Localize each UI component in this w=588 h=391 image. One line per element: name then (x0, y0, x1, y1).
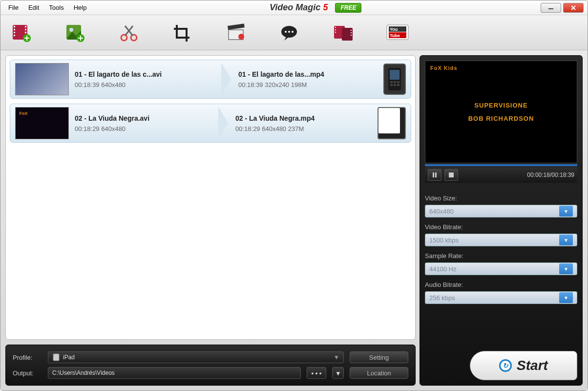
progress-bar[interactable] (425, 164, 577, 166)
minimize-button[interactable] (541, 3, 561, 13)
source-meta: 00:18:39 640x480 (75, 81, 214, 88)
svg-rect-40 (397, 81, 399, 83)
browse-button[interactable]: • • • (307, 367, 326, 379)
svg-rect-3 (14, 29, 15, 30)
svg-rect-25 (335, 27, 336, 28)
svg-rect-45 (433, 173, 434, 177)
profile-value: iPad (63, 354, 75, 361)
clapboard-icon (226, 23, 247, 43)
film-merge-icon (333, 23, 355, 43)
svg-rect-37 (390, 70, 399, 80)
video-size-select[interactable]: 640x480 ▼ (425, 205, 577, 217)
video-bitrate-select[interactable]: 1500 kbps ▼ (425, 234, 577, 246)
chevron-down-icon: ▼ (559, 235, 573, 245)
output-path-value: C:\Users\Andrés\Videos (52, 369, 115, 376)
scissors-icon (118, 23, 140, 43)
phone-icon (383, 64, 406, 95)
svg-text:Tube: Tube (390, 33, 400, 38)
svg-rect-8 (25, 32, 26, 33)
profile-select[interactable]: iPad ▼ (48, 351, 344, 363)
app-version: 5 (323, 2, 328, 12)
film-add-icon (11, 23, 32, 43)
stop-button[interactable] (444, 169, 458, 181)
bottom-bar: Profile: iPad ▼ Setting Output: C:\Users… (5, 345, 416, 386)
add-video-button[interactable] (9, 21, 34, 45)
app-name: Video Magic (270, 2, 320, 12)
chevron-down-icon: ▼ (559, 206, 573, 217)
svg-rect-27 (335, 32, 336, 33)
profile-row: Profile: iPad ▼ Setting (13, 351, 408, 363)
svg-rect-6 (25, 26, 26, 27)
location-button[interactable]: Location (350, 367, 408, 379)
audio-bitrate-select[interactable]: 256 kbps ▼ (425, 291, 577, 304)
svg-rect-28 (351, 30, 352, 31)
right-panel: FoX Kids SUPERVISIONE BOB RICHARDSON 00:… (420, 55, 583, 386)
source-info: 02 - La Viuda Negra.avi 00:18:29 640x480 (75, 114, 211, 132)
menu-edit[interactable]: Edit (24, 2, 43, 13)
crop-icon (172, 23, 193, 43)
output-dropdown-button[interactable]: ▾ (332, 367, 344, 379)
merge-button[interactable] (332, 21, 356, 45)
output-path-input[interactable]: C:\Users\Andrés\Videos (48, 367, 301, 379)
start-button[interactable]: ↻ Start (470, 351, 577, 380)
svg-rect-29 (351, 32, 352, 33)
titlebar: File Edit Tools Help Video Magic 5 FREE (0, 0, 588, 15)
svg-point-18 (238, 34, 244, 40)
preview-text-2: BOB RICHARDSON (468, 115, 534, 122)
toolbar: YouTube (0, 15, 588, 50)
svg-rect-24 (342, 28, 353, 41)
preview-text-1: SUPERVISIONE (474, 102, 527, 109)
start-area: ↻ Start (425, 341, 577, 380)
close-button[interactable] (563, 3, 584, 13)
svg-rect-43 (397, 84, 399, 86)
pause-icon (432, 173, 437, 177)
source-thumbnail: FoX (15, 107, 69, 139)
chevron-down-icon: ▼ (334, 354, 339, 361)
effect-button[interactable] (224, 21, 249, 45)
crop-button[interactable] (170, 21, 195, 45)
menu-bar: File Edit Tools Help (4, 2, 90, 13)
svg-rect-0 (548, 8, 553, 9)
svg-rect-26 (335, 29, 336, 30)
svg-rect-38 (390, 81, 393, 83)
sample-rate-select[interactable]: 44100 Hz ▼ (425, 262, 577, 275)
start-label: Start (517, 358, 548, 373)
output-label: Output: (13, 369, 42, 377)
source-filename: 02 - La Viuda Negra.avi (75, 114, 211, 122)
svg-rect-44 (53, 354, 59, 361)
dest-info: 01 - El lagarto de las...mp4 00:18:39 32… (238, 70, 378, 88)
svg-point-20 (285, 31, 287, 33)
file-row[interactable]: 01 - El lagarto de las c...avi 00:18:39 … (10, 60, 411, 99)
subtitle-button[interactable] (278, 21, 302, 45)
phone-svg (387, 67, 402, 91)
tablet-icon (378, 107, 406, 139)
close-icon (570, 5, 576, 11)
app-window: File Edit Tools Help Video Magic 5 FREE (0, 0, 588, 391)
preview-area: FoX Kids SUPERVISIONE BOB RICHARDSON (425, 61, 577, 163)
menu-help[interactable]: Help (70, 2, 91, 13)
setting-button[interactable]: Setting (350, 351, 408, 363)
svg-rect-17 (228, 23, 245, 30)
svg-rect-46 (435, 173, 437, 177)
svg-rect-4 (14, 32, 15, 33)
chevron-down-icon: ▼ (559, 263, 573, 274)
cut-button[interactable] (117, 21, 141, 45)
menu-file[interactable]: File (4, 2, 22, 13)
add-image-button[interactable] (63, 21, 87, 45)
svg-rect-5 (14, 35, 15, 36)
preview-logo: FoX Kids (430, 65, 458, 71)
video-bitrate-value: 1500 kbps (429, 237, 459, 244)
audio-bitrate-value: 256 kbps (429, 294, 455, 302)
arrow-icon (220, 63, 232, 95)
svg-rect-42 (394, 84, 396, 86)
timecode: 00:00:18/00:18:39 (527, 172, 574, 178)
video-size-label: Video Size: (425, 195, 577, 202)
menu-tools[interactable]: Tools (45, 2, 67, 13)
youtube-button[interactable]: YouTube (385, 21, 410, 45)
svg-rect-2 (14, 26, 15, 27)
svg-rect-30 (351, 35, 352, 36)
pause-button[interactable] (428, 169, 441, 181)
arrow-icon (217, 107, 230, 139)
file-row[interactable]: FoX 02 - La Viuda Negra.avi 00:18:29 640… (10, 104, 411, 143)
svg-point-14 (121, 35, 127, 41)
